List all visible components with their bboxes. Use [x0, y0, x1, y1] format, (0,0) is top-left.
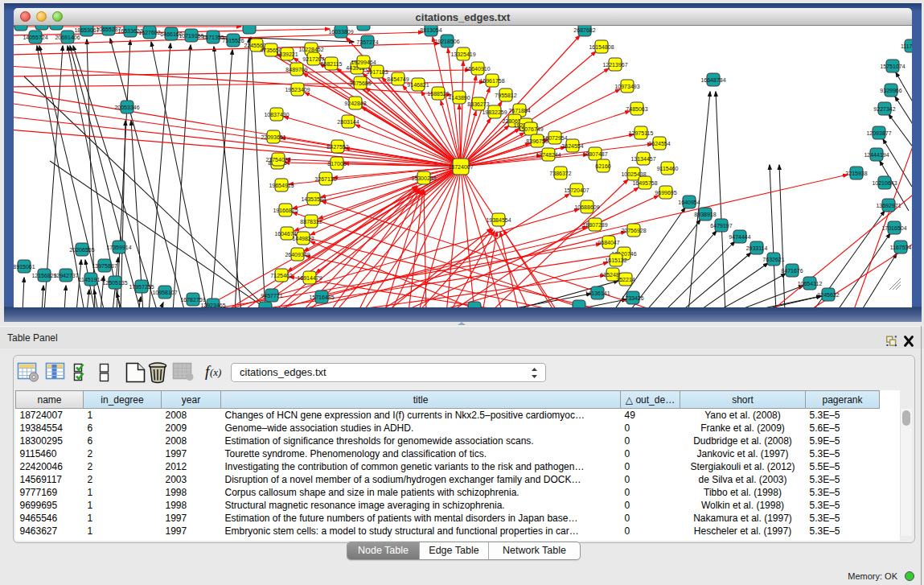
svg-text:10807487: 10807487 — [582, 151, 607, 157]
svg-text:19218506: 19218506 — [434, 39, 459, 44]
svg-text:1671355: 1671355 — [202, 35, 224, 40]
svg-text:2803144: 2803144 — [337, 119, 359, 125]
svg-text:7485063: 7485063 — [626, 106, 647, 112]
svg-text:7357274: 7357274 — [356, 39, 378, 45]
svg-text:16648784: 16648784 — [700, 77, 725, 83]
svg-text:3917183: 3917183 — [366, 69, 388, 75]
svg-text:18807289: 18807289 — [582, 222, 607, 228]
svg-text:14353584: 14353584 — [301, 196, 326, 202]
svg-text:(x): (x) — [210, 366, 221, 378]
svg-text:13325419: 13325419 — [450, 51, 475, 57]
svg-text:9699695: 9699695 — [655, 190, 676, 196]
svg-text:7515526: 7515526 — [222, 38, 244, 43]
svg-text:15720407: 15720407 — [564, 187, 589, 193]
svg-text:10958107: 10958107 — [152, 290, 177, 295]
svg-text:9474444: 9474444 — [729, 234, 750, 240]
svg-text:7671884: 7671884 — [508, 108, 530, 113]
svg-text:16033809: 16033809 — [328, 29, 353, 35]
svg-text:10719155: 10719155 — [179, 33, 203, 39]
svg-text:16782759: 16782759 — [180, 297, 205, 303]
svg-text:2687682: 2687682 — [573, 27, 595, 33]
svg-text:12923465: 12923465 — [200, 303, 225, 308]
svg-text:18724007: 18724007 — [448, 164, 473, 170]
svg-text:1527602: 1527602 — [138, 30, 160, 35]
svg-text:13692971: 13692971 — [876, 203, 901, 208]
svg-text:15300235: 15300235 — [411, 175, 436, 181]
svg-text:9684047: 9684047 — [598, 240, 619, 245]
svg-text:9245632: 9245632 — [817, 292, 839, 298]
svg-text:19166825: 19166825 — [273, 208, 298, 213]
svg-text:20053346: 20053346 — [114, 105, 139, 110]
svg-text:26409349: 26409349 — [285, 252, 310, 257]
svg-text:8938918: 8938918 — [694, 212, 716, 217]
svg-text:8915061: 8915061 — [14, 264, 35, 270]
svg-text:12444194: 12444194 — [864, 152, 889, 158]
svg-text:13134457: 13134457 — [630, 156, 655, 162]
svg-text:3624554: 3624554 — [561, 143, 583, 149]
svg-text:13975887: 13975887 — [92, 263, 117, 269]
svg-text:12975115: 12975115 — [629, 130, 654, 136]
svg-text:9227342: 9227342 — [873, 106, 895, 112]
svg-text:9329966: 9329966 — [880, 88, 901, 93]
svg-text:19384554: 19384554 — [486, 217, 511, 223]
svg-text:10973493: 10973493 — [614, 84, 639, 89]
svg-text:62160: 62160 — [595, 163, 611, 169]
svg-text:3624554: 3624554 — [648, 141, 670, 146]
svg-text:8336273: 8336273 — [467, 101, 489, 107]
svg-text:8454749: 8454749 — [387, 76, 409, 82]
svg-text:8471676: 8471676 — [781, 268, 803, 274]
svg-text:22093651: 22093651 — [261, 134, 285, 140]
svg-text:10654112: 10654112 — [798, 281, 823, 286]
svg-text:17016504: 17016504 — [881, 225, 906, 231]
svg-text:8427552: 8427552 — [326, 144, 348, 150]
svg-text:17359914: 17359914 — [106, 245, 131, 250]
svg-text:16495758: 16495758 — [632, 180, 657, 186]
svg-text:7386372: 7386372 — [549, 171, 571, 176]
svg-text:817006: 817006 — [327, 161, 346, 167]
svg-text:6479197: 6479197 — [710, 223, 732, 229]
svg-text:21754078: 21754078 — [265, 157, 290, 163]
svg-text:9457771: 9457771 — [261, 293, 282, 299]
svg-text:7125402: 7125402 — [270, 273, 292, 278]
svg-text:7955812: 7955812 — [495, 93, 516, 98]
svg-text:252214: 252214 — [616, 277, 634, 282]
svg-text:19523409: 19523409 — [285, 87, 310, 93]
svg-text:3875685: 3875685 — [349, 80, 371, 86]
svg-text:1839221: 1839221 — [276, 51, 298, 57]
svg-text:2933114: 2933114 — [746, 245, 768, 251]
svg-text:16072954: 16072954 — [542, 135, 567, 141]
svg-text:1615132: 1615132 — [605, 257, 626, 263]
svg-text:9115460: 9115460 — [657, 166, 679, 171]
svg-text:15076749: 15076749 — [518, 126, 543, 132]
svg-text:15751074: 15751074 — [880, 64, 905, 69]
svg-text:9242848: 9242848 — [344, 101, 366, 106]
svg-text:12093877: 12093877 — [866, 130, 891, 136]
svg-text:8878312: 8878312 — [300, 219, 322, 225]
svg-text:8489709: 8489709 — [285, 67, 307, 72]
svg-text:10688609: 10688609 — [574, 204, 599, 210]
svg-text:16961758: 16961758 — [479, 78, 504, 84]
svg-text:10228452: 10228452 — [298, 47, 323, 52]
svg-text:7632621: 7632621 — [762, 257, 784, 262]
svg-text:5682115: 5682115 — [321, 61, 343, 67]
svg-text:17957255: 17957255 — [129, 284, 154, 290]
svg-text:1117264: 1117264 — [901, 43, 912, 49]
svg-text:20206555: 20206555 — [69, 247, 94, 253]
svg-text:16914479: 16914479 — [297, 275, 322, 281]
svg-text:9146821: 9146821 — [407, 82, 429, 88]
svg-text:13748244: 13748244 — [536, 152, 561, 158]
svg-text:12505135: 12505135 — [102, 280, 127, 286]
svg-text:15716485: 15716485 — [309, 295, 334, 300]
svg-text:1167534: 1167534 — [890, 245, 912, 250]
svg-text:10210643: 10210643 — [872, 180, 897, 186]
svg-text:12942737: 12942737 — [53, 273, 78, 278]
svg-text:10837430: 10837430 — [264, 112, 289, 117]
svg-text:11451914: 11451914 — [79, 277, 104, 282]
svg-text:19654915: 19654915 — [269, 183, 294, 188]
svg-text:14136141: 14136141 — [585, 290, 610, 296]
svg-text:20691406: 20691406 — [55, 35, 80, 40]
svg-text:8813054: 8813054 — [420, 27, 441, 33]
svg-text:4143890: 4143890 — [448, 95, 470, 101]
svg-text:1588520: 1588520 — [427, 91, 449, 97]
svg-text:16640910: 16640910 — [465, 66, 490, 72]
